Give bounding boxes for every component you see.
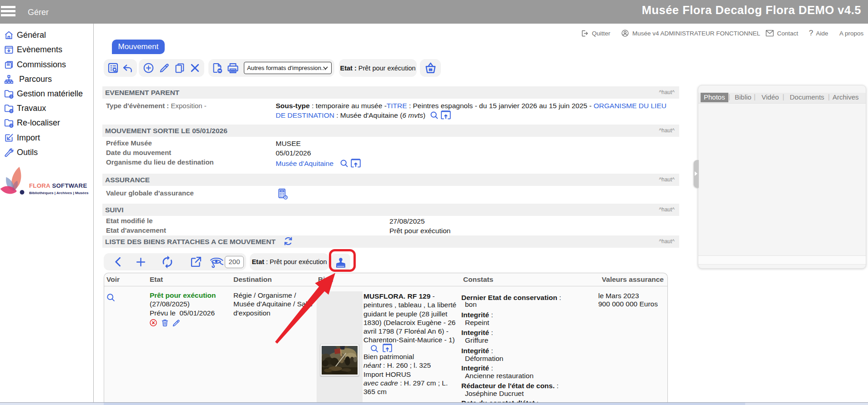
- svg-text:Bibliothèques | Archives | Mus: Bibliothèques | Archives | Musées: [29, 191, 89, 195]
- svg-text:FLORA SOFTWARE: FLORA SOFTWARE: [29, 182, 87, 189]
